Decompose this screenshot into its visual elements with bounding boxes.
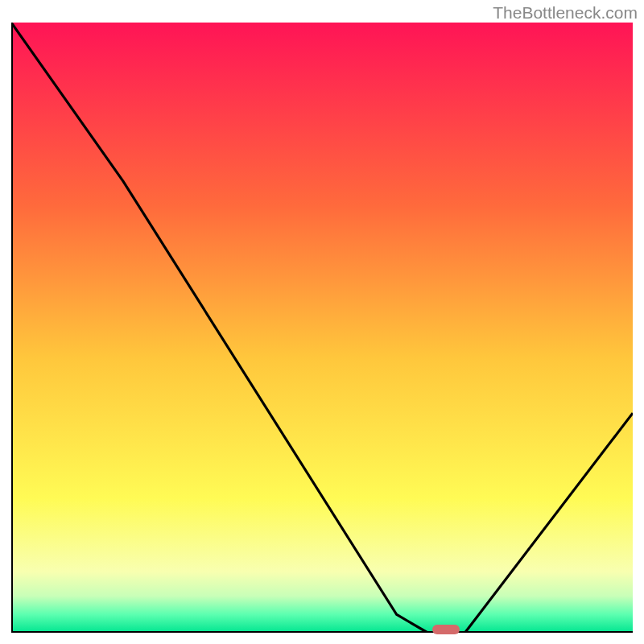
chart-axes	[11, 23, 633, 633]
chart-container: TheBottleneck.com	[0, 0, 644, 644]
watermark-text: TheBottleneck.com	[493, 3, 638, 23]
optimal-marker	[432, 625, 460, 634]
chart-plot-area	[11, 23, 633, 633]
